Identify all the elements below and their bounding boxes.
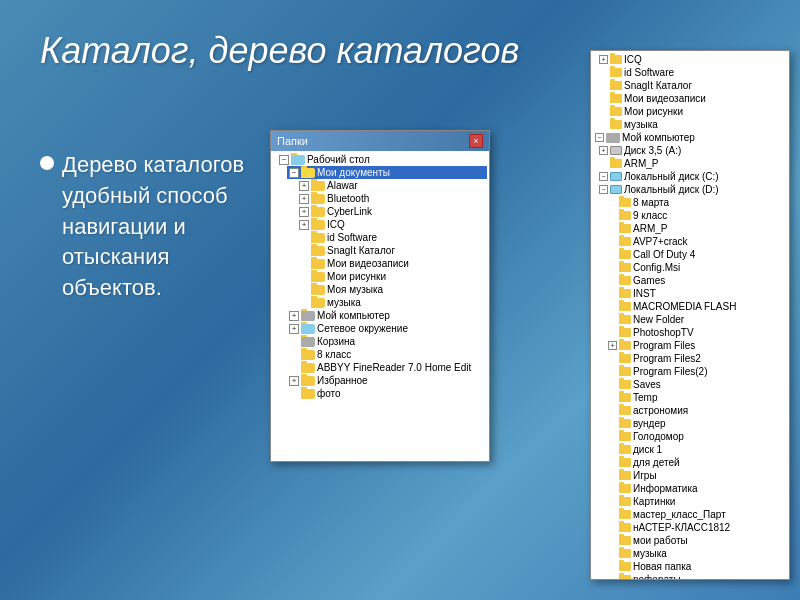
expander-network[interactable]: + — [289, 324, 299, 334]
rp-item-temp[interactable]: Temp — [606, 391, 787, 404]
tree-item-desktop[interactable]: − Рабочий стол — [277, 153, 487, 166]
tree-item-snagit[interactable]: + SnagIt Каталог — [297, 244, 487, 257]
tree-item-alawar[interactable]: + Alawar — [297, 179, 487, 192]
rp-item-snagit[interactable]: SnagIt Каталог — [597, 79, 787, 92]
dialog-close-button[interactable]: × — [469, 134, 483, 148]
rp-label-master2: нАСТЕР-КЛАСС1812 — [633, 522, 730, 533]
tree-label-desktop: Рабочий стол — [307, 154, 370, 165]
rp-item-igry[interactable]: Игры — [606, 469, 787, 482]
rp-label-igry: Игры — [633, 470, 657, 481]
tree-label-music: музыка — [327, 297, 361, 308]
tree-item-favorites[interactable]: + Избранное — [287, 374, 487, 387]
tree-label-mycomputer: Мой компьютер — [317, 310, 390, 321]
rp-item-progfiles[interactable]: + Program Files — [606, 339, 787, 352]
rp-folder-8march — [619, 198, 631, 207]
rp-label-diskd: Локальный диск (D:) — [624, 184, 719, 195]
rp-item-novayapapka[interactable]: Новая папка — [606, 560, 787, 573]
rp-item-disk1[interactable]: диск 1 — [606, 443, 787, 456]
rp-item-referaty[interactable]: рефераты — [606, 573, 787, 580]
rp-item-diskd[interactable]: − Локальный диск (D:) — [597, 183, 787, 196]
tree-item-mymusic[interactable]: + Моя музыка — [297, 283, 487, 296]
expander-favorites[interactable]: + — [289, 376, 299, 386]
rp-item-astro[interactable]: астрономия — [606, 404, 787, 417]
rp-item-configmsi[interactable]: Config.Msi — [606, 261, 787, 274]
rp-item-master1[interactable]: мастер_класс_Парт — [606, 508, 787, 521]
rp-item-arm2[interactable]: ARM_P — [606, 222, 787, 235]
rp-item-mypics[interactable]: Мои рисунки — [597, 105, 787, 118]
tree-item-icq[interactable]: + ICQ — [297, 218, 487, 231]
expander-desktop[interactable]: − — [279, 155, 289, 165]
rp-item-disk35[interactable]: + Диск 3,5 (A:) — [597, 144, 787, 157]
tree-item-abbyy[interactable]: + ABBYY FineReader 7.0 Home Edit — [287, 361, 487, 374]
rp-label-saves: Saves — [633, 379, 661, 390]
rp-item-diskc[interactable]: − Локальный диск (C:) — [597, 170, 787, 183]
rp-item-progfiles2[interactable]: Program Files2 — [606, 352, 787, 365]
rp-item-cod4[interactable]: Call Of Duty 4 — [606, 248, 787, 261]
rp-item-macromedia[interactable]: MACROMEDIA FLASH — [606, 300, 787, 313]
explorer-dialog: Папки × − Рабочий стол − Мои документы +… — [270, 130, 490, 462]
rp-item-golodoma[interactable]: Голодомор — [606, 430, 787, 443]
expander-mydocs[interactable]: − — [289, 168, 299, 178]
tree-item-idsoftware[interactable]: + id Software — [297, 231, 487, 244]
rp-folder-icq — [610, 55, 622, 64]
expander-mycomputer[interactable]: + — [289, 311, 299, 321]
rp-item-photoshoptv[interactable]: PhotoshopTV — [606, 326, 787, 339]
rp-expand-disk35[interactable]: + — [599, 146, 608, 155]
rp-expand-progfiles[interactable]: + — [608, 341, 617, 350]
rp-folder-moiraboty — [619, 536, 631, 545]
rp-expand-diskd[interactable]: − — [599, 185, 608, 194]
tree-item-myvideo[interactable]: + Мои видеозаписи — [297, 257, 487, 270]
rp-item-avp[interactable]: AVP7+crack — [606, 235, 787, 248]
rp-item-myvideo[interactable]: Мои видеозаписи — [597, 92, 787, 105]
rp-folder-mypics — [610, 107, 622, 116]
rp-item-arm[interactable]: ARM_P — [597, 157, 787, 170]
rp-item-progfiles3[interactable]: Program Files(2) — [606, 365, 787, 378]
tree-label-favorites: Избранное — [317, 375, 368, 386]
rp-label-novayapapka: Новая папка — [633, 561, 691, 572]
tree-item-recycle[interactable]: + Корзина — [287, 335, 487, 348]
rp-item-dlyaDetey[interactable]: для детей — [606, 456, 787, 469]
rp-item-9class[interactable]: 9 класс — [606, 209, 787, 222]
tree-item-mypics[interactable]: + Мои рисунки — [297, 270, 487, 283]
rp-label-referaty: рефераты — [633, 574, 681, 580]
expander-cyberlink[interactable]: + — [299, 207, 309, 217]
tree-item-bluetooth[interactable]: + Bluetooth — [297, 192, 487, 205]
rp-item-games[interactable]: Games — [606, 274, 787, 287]
rp-item-informatika[interactable]: Информатика — [606, 482, 787, 495]
rp-label-master1: мастер_класс_Парт — [633, 509, 726, 520]
expander-bluetooth[interactable]: + — [299, 194, 309, 204]
rp-expand-icq[interactable]: + — [599, 55, 608, 64]
icq-icon — [311, 220, 325, 230]
tree-label-8class: 8 класс — [317, 349, 351, 360]
rp-item-music[interactable]: музыка — [597, 118, 787, 131]
rp-item-saves[interactable]: Saves — [606, 378, 787, 391]
tree-item-mycomputer[interactable]: + Мой компьютер — [287, 309, 487, 322]
rp-item-master2[interactable]: нАСТЕР-КЛАСС1812 — [606, 521, 787, 534]
rp-expand-diskc[interactable]: − — [599, 172, 608, 181]
rp-item-kartinki[interactable]: Картинки — [606, 495, 787, 508]
tree-item-network[interactable]: + Сетевое окружение — [287, 322, 487, 335]
rp-item-8march[interactable]: 8 марта — [606, 196, 787, 209]
myvideo-icon — [311, 259, 325, 269]
rp-item-newfolder[interactable]: New Folder — [606, 313, 787, 326]
rp-label-progfiles: Program Files — [633, 340, 695, 351]
tree-item-music[interactable]: + музыка — [297, 296, 487, 309]
rp-item-icq[interactable]: + ICQ — [597, 53, 787, 66]
tree-item-mydocs[interactable]: − Мои документы — [287, 166, 487, 179]
rp-item-muzika2[interactable]: музыка — [606, 547, 787, 560]
rp-expand-mycomputer[interactable]: − — [595, 133, 604, 142]
rp-item-idsoftware[interactable]: id Software — [597, 66, 787, 79]
rp-folder-novayapapka — [619, 562, 631, 571]
tree-item-foto[interactable]: + фото — [287, 387, 487, 400]
tree-item-cyberlink[interactable]: + CyberLink — [297, 205, 487, 218]
rp-item-vunder[interactable]: вундер — [606, 417, 787, 430]
tree-item-8class[interactable]: + 8 класс — [287, 348, 487, 361]
rp-folder-referaty — [619, 575, 631, 580]
rp-item-mycomputer[interactable]: − Мой компьютер — [593, 131, 787, 144]
rp-label-moiraboty: мои работы — [633, 535, 688, 546]
rp-item-inst[interactable]: INST — [606, 287, 787, 300]
rp-item-moiraboty[interactable]: мои работы — [606, 534, 787, 547]
expander-icq[interactable]: + — [299, 220, 309, 230]
expander-alawar[interactable]: + — [299, 181, 309, 191]
mypics-icon — [311, 272, 325, 282]
